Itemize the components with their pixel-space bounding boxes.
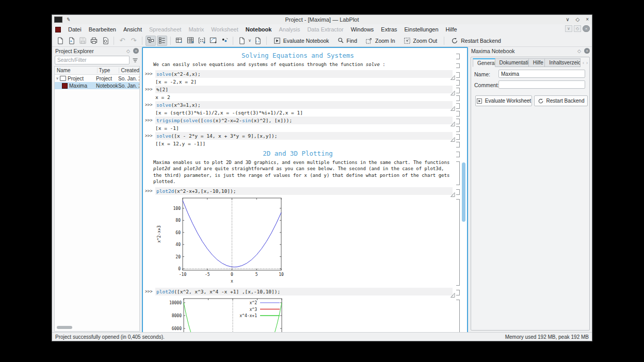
menu-datei[interactable]: Datei [65, 24, 85, 35]
evaluate-notebook-button[interactable]: Evaluate Notebook [270, 36, 333, 46]
cell-fold-triangle-icon[interactable] [450, 104, 455, 108]
cell-bracket[interactable] [456, 300, 460, 334]
cell-bracket[interactable] [456, 95, 460, 101]
cell-fold-triangle-icon[interactable] [450, 119, 455, 124]
cell-bracket[interactable] [456, 119, 460, 124]
close-dock-icon[interactable]: × [584, 48, 590, 54]
undo-button[interactable]: ↶ [117, 36, 127, 46]
cell-bracket[interactable] [456, 126, 460, 132]
notebook-code-cell[interactable]: >>>plot2d([x^2, x^3, x^4 -x +1] ,[x,-10,… [143, 288, 453, 295]
new-spreadsheet-button[interactable] [185, 36, 196, 46]
zoom-out-button[interactable]: Zoom Out [400, 36, 441, 46]
horizontal-scrollbar-thumb[interactable] [57, 326, 72, 329]
cell-bracket[interactable] [456, 88, 460, 93]
new-workbook-button[interactable] [174, 36, 184, 46]
menu-hilfe[interactable]: Hilfe [442, 24, 461, 35]
tab-scroll-left-icon[interactable]: ‹ [583, 60, 584, 65]
cell-bracket[interactable] [456, 161, 460, 185]
cell-fold-triangle-icon[interactable] [450, 290, 455, 295]
cell-bracket[interactable] [456, 72, 460, 78]
cell-bracket[interactable] [456, 134, 460, 140]
mdi-close-button[interactable]: × [583, 25, 590, 32]
restart-backend-button[interactable]: Restart Backend [447, 36, 505, 46]
cell-bracket[interactable] [456, 199, 460, 286]
tab-dokumentation[interactable]: Dokumentation [495, 58, 529, 67]
new-worksheet-button[interactable] [208, 36, 218, 46]
open-project-button[interactable] [66, 36, 76, 46]
print-preview-button[interactable] [100, 36, 110, 46]
menu-windows[interactable]: Windows [347, 24, 378, 35]
float-dock-icon[interactable]: ◇ [126, 48, 130, 54]
prompt: >>> [143, 117, 155, 124]
cell-fold-triangle-icon[interactable] [450, 73, 455, 77]
close-button[interactable]: × [586, 15, 589, 24]
cell-bracket[interactable] [456, 142, 460, 147]
toggle-properties-explorer-button[interactable] [157, 36, 167, 46]
name-field[interactable] [498, 70, 585, 78]
notebook-paragraph: Maxima enables us to plot 2D and 3D grap… [153, 159, 450, 185]
restart-backend-panel-button[interactable]: Restart Backend [534, 95, 588, 106]
new-datapicker-button[interactable] [219, 36, 230, 46]
tab-inhaltsverzeichnis[interactable]: Inhaltsverzeichn [545, 58, 581, 67]
new-project-button[interactable] [55, 36, 65, 46]
cell-marker-column [447, 50, 460, 334]
cell-fold-triangle-icon[interactable] [450, 190, 455, 194]
mdi-restore-button[interactable]: ◇ [574, 25, 581, 32]
tree-header[interactable]: Name Type Created [55, 67, 139, 75]
menu-ansicht[interactable]: Ansicht [120, 24, 146, 35]
status-message: Project successfully opened (in 0,405 se… [55, 334, 165, 340]
maximize-button[interactable]: ◇ [575, 15, 579, 24]
menu-bearbeiten[interactable]: Bearbeiten [85, 24, 120, 35]
titlebar[interactable]: ✎ Project - [Maxima] — LabPlot ∨ ◇ × [52, 15, 592, 25]
toggle-project-explorer-button[interactable] [146, 36, 156, 46]
print-button[interactable] [89, 36, 99, 46]
minimize-button[interactable]: ∨ [566, 15, 569, 24]
cell-bracket[interactable] [456, 152, 460, 157]
notebook-code-cell[interactable]: >>>solve([x - 2*y = 14, x + 3*y = 9],[x,… [143, 132, 453, 140]
notebook-code-cell[interactable]: >>>plot2d(x^2-x+3,[x,-10,10]); [143, 187, 453, 195]
new-matrix-button[interactable] [197, 36, 207, 46]
notebook-code-cell[interactable]: >>>trigsimp(solve([cos(x)^2-x=2-sin(x)^2… [143, 117, 453, 124]
cell-bracket[interactable] [456, 290, 460, 295]
cell-fold-triangle-icon[interactable] [450, 88, 455, 93]
table-row-maxima[interactable]: Maxima Notebook So. Jan. 2 18: [55, 82, 139, 89]
float-dock-icon[interactable]: ◇ [577, 48, 581, 54]
menu-einstellungen[interactable]: Einstellungen [401, 24, 442, 35]
close-dock-icon[interactable]: × [133, 48, 139, 54]
cell-bracket[interactable] [456, 111, 460, 117]
cell-bracket[interactable] [456, 189, 460, 195]
menu-notebook[interactable]: Notebook [242, 24, 276, 35]
comment-field[interactable] [498, 80, 585, 89]
filter-options-icon[interactable] [131, 56, 139, 64]
evaluate-worksheet-button[interactable]: Evaluate Worksheet [475, 95, 532, 106]
tab-scroll-right-icon[interactable]: › [586, 60, 588, 65]
notebook-scrollbar[interactable] [462, 48, 465, 333]
mdi-minimize-button[interactable]: ∨ [565, 25, 572, 32]
tab-hilfe[interactable]: Hilfe [529, 58, 545, 67]
notebook-code-cell[interactable]: >>>solve(x^3=1,x); [143, 101, 453, 109]
notebook-view[interactable]: Solving Equations and SystemsWe can easi… [142, 47, 468, 334]
table-row-project[interactable]: ∨ Project Project So. Jan. 2 18: [55, 75, 139, 82]
redo-button[interactable]: ↷ [128, 36, 139, 46]
expander-icon[interactable]: ∨ [55, 76, 60, 80]
cell-bracket[interactable] [456, 63, 460, 68]
notebook-dropdown-chevron[interactable]: ∨ [248, 38, 251, 43]
notebook-scrollbar-thumb[interactable] [462, 162, 465, 222]
search-input[interactable] [55, 56, 130, 64]
notebook-code-cell[interactable]: >>>%[2] [143, 86, 453, 93]
save-project-button[interactable] [77, 36, 88, 46]
new-notebook-button[interactable] [236, 36, 247, 46]
window-title: Project - [Maxima] — LabPlot [52, 17, 592, 23]
zoom-in-button[interactable]: Zoom In [362, 36, 399, 46]
menu-extras[interactable]: Extras [377, 24, 400, 35]
cell-bracket[interactable] [456, 103, 460, 109]
cell-bracket[interactable] [456, 80, 460, 86]
cell-fold-triangle-icon[interactable] [450, 135, 455, 139]
cell-bracket[interactable] [456, 54, 460, 59]
notebook-plot-image: 10000800060004000x^2x^3x^4-x+1 [155, 298, 453, 334]
tab-general[interactable]: General [473, 58, 495, 67]
new-script-button[interactable] [253, 36, 263, 46]
svg-text:x^3: x^3 [250, 307, 257, 311]
notebook-code-cell[interactable]: >>>solve(x^2-4,x); [143, 70, 453, 78]
find-button[interactable]: Find [334, 36, 361, 46]
